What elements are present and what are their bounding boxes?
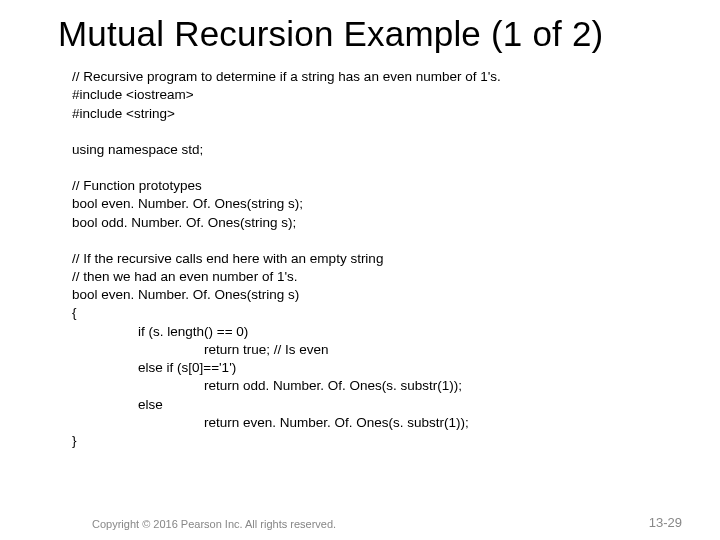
slide-title: Mutual Recursion Example (1 of 2) <box>58 14 672 54</box>
code-line: using namespace std; <box>72 141 672 159</box>
code-line: bool odd. Number. Of. Ones(string s); <box>72 214 672 232</box>
code-line: #include <string> <box>72 105 672 123</box>
blank-line <box>72 159 672 177</box>
code-line: return even. Number. Of. Ones(s. substr(… <box>72 414 672 432</box>
page-number: 13-29 <box>649 515 682 530</box>
code-line: #include <iostream> <box>72 86 672 104</box>
code-line: return odd. Number. Of. Ones(s. substr(1… <box>72 377 672 395</box>
blank-line <box>72 123 672 141</box>
code-line: if (s. length() == 0) <box>72 323 672 341</box>
copyright-text: Copyright © 2016 Pearson Inc. All rights… <box>92 518 336 530</box>
slide: Mutual Recursion Example (1 of 2) // Rec… <box>0 0 720 540</box>
code-line: else <box>72 396 672 414</box>
code-line: else if (s[0]=='1') <box>72 359 672 377</box>
code-line: } <box>72 432 672 450</box>
code-line: bool even. Number. Of. Ones(string s); <box>72 195 672 213</box>
code-body: // Recursive program to determine if a s… <box>58 68 672 450</box>
code-line: // Recursive program to determine if a s… <box>72 68 672 86</box>
code-line: return true; // Is even <box>72 341 672 359</box>
code-line: // If the recursive calls end here with … <box>72 250 672 268</box>
code-line: bool even. Number. Of. Ones(string s) <box>72 286 672 304</box>
code-line: { <box>72 304 672 322</box>
blank-line <box>72 232 672 250</box>
code-line: // then we had an even number of 1's. <box>72 268 672 286</box>
code-line: // Function prototypes <box>72 177 672 195</box>
